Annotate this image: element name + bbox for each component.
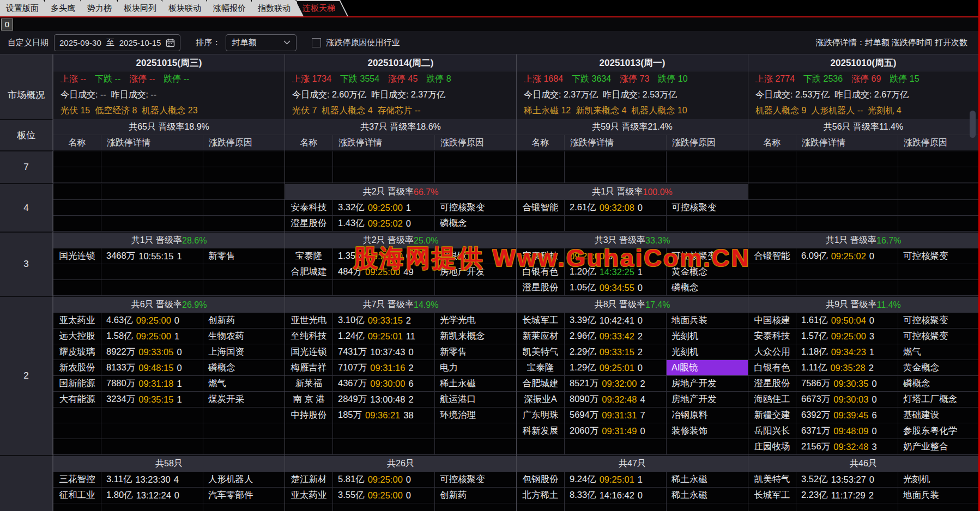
limit-detail: 2.61亿09:32:080	[565, 200, 667, 216]
stock-row[interactable]: 国新能源7880万09:31:181燃气	[53, 376, 285, 392]
date-range-picker[interactable]: 2025-09-30 至 2025-10-15	[54, 34, 180, 51]
stock-row[interactable]: 亚太药业3.55亿09:25:000创新药	[285, 488, 516, 503]
stock-name: 澄星股份	[285, 216, 333, 232]
stock-row[interactable]: 宝泰隆1.29亿09:25:010AI眼镜	[517, 360, 748, 376]
stock-row[interactable]: 至纯科技1.24亿09:25:0111新凯来概念	[285, 328, 516, 344]
stock-row[interactable]: 海鸥住工6673万09:30:030灯塔工厂概念	[748, 392, 978, 407]
stock-row[interactable]: 澄星股份1.43亿09:25:020磷概念	[285, 216, 516, 232]
stock-name: 合肥城建	[285, 264, 333, 280]
stock-row[interactable]: 楚江新材5.81亿09:25:000可控核聚变	[285, 472, 516, 488]
stock-row[interactable]: 澄星股份7586万09:30:350磷概念	[748, 376, 978, 392]
date-to-word: 至	[106, 38, 114, 48]
stock-row[interactable]: 合肥城建8521万09:32:002房地产开发	[517, 376, 748, 392]
stock-row[interactable]: 北方稀土8.33亿14:16:420稀土永磁	[517, 488, 748, 503]
stock-row[interactable]: 新疆交建6392万09:39:456基础建设	[748, 407, 978, 423]
date-to[interactable]: 2025-10-15	[119, 38, 161, 47]
reason-industry-checkbox[interactable]	[312, 38, 321, 47]
limit-time: 13:00:48	[370, 394, 405, 405]
level-group: 共26只楚江新材5.81亿09:25:000可控核聚变亚太药业3.55亿09:2…	[285, 455, 516, 511]
stock-row[interactable]: 梅雁吉祥7107万09:31:162电力	[285, 360, 516, 376]
tab-板块联动[interactable]: 板块联动	[162, 0, 214, 16]
scrollbar[interactable]	[970, 111, 976, 138]
limit-time: 09:25:00	[368, 474, 403, 485]
stock-row[interactable]: 征和工业1.80亿13:12:240汽车零部件	[53, 488, 285, 503]
stock-row[interactable]: 岳阳兴长6371万09:48:090参股东粤化学	[748, 423, 978, 439]
empty-cell	[898, 184, 978, 200]
stock-name: 新疆交建	[748, 407, 796, 423]
stock-row[interactable]: 中持股份185万09:36:2138环境治理	[285, 407, 516, 423]
seal-amount: 5694万	[570, 409, 598, 421]
open-count: 1	[638, 474, 643, 485]
empty-cell	[203, 151, 285, 167]
stock-row[interactable]: 安泰科技3.32亿09:25:001可控核聚变	[285, 200, 516, 216]
tab-涨幅报价[interactable]: 涨幅报价	[207, 0, 259, 16]
open-count: 0	[174, 315, 179, 326]
seal-amount: 8922万	[106, 346, 135, 358]
stock-row[interactable]: 长城军工3.39亿10:42:410地面兵装	[517, 313, 748, 328]
stock-row[interactable]: 耀皮玻璃8922万09:33:050上海国资	[53, 344, 285, 360]
limit-detail: 8.33亿14:16:420	[565, 488, 667, 503]
empty-cell	[667, 151, 748, 167]
limit-time: 09:25:01	[600, 474, 634, 485]
stock-row[interactable]: 合锻智能2.61亿09:32:080可控核聚变	[517, 200, 748, 216]
stock-row[interactable]: 白银有色1.11亿09:35:282黄金概念	[748, 360, 978, 376]
empty-cell	[101, 184, 203, 200]
stock-row[interactable]: 国光连锁3468万10:55:151新零售	[53, 248, 285, 264]
stock-row[interactable]: 凯美特气3.52亿13:53:270光刻机	[748, 472, 978, 488]
stock-row[interactable]: 长城军工2.23亿11:17:292地面兵装	[748, 488, 978, 503]
header-reason: 涨跌停原因	[898, 135, 978, 150]
stock-row[interactable]: 新莱应材2.96亿09:33:422光刻机	[517, 328, 748, 344]
limit-reason: 汽车零部件	[203, 488, 285, 503]
stock-row[interactable]: 庄园牧场2156万09:32:483奶产业整合	[748, 439, 978, 455]
tab-设置版面[interactable]: 设置版面	[0, 0, 52, 16]
tab-连板天梯[interactable]: 连板天梯	[297, 0, 348, 16]
empty-row	[53, 407, 285, 423]
limit-reason: 可控核聚变	[435, 472, 516, 488]
limit-reason: 冶钢原料	[667, 407, 748, 423]
empty-row	[517, 216, 748, 232]
stock-row[interactable]: 科新发展2060万09:31:490装修装饰	[517, 423, 748, 439]
open-count: 2	[640, 379, 645, 389]
tab-指数联动[interactable]: 指数联动	[252, 0, 304, 16]
limit-detail: 7431万10:37:430	[333, 344, 435, 360]
stock-row[interactable]: 中国核建1.61亿09:50:040可控核聚变	[748, 313, 978, 328]
stock-row[interactable]: 新莱福4367万09:30:006稀土永磁	[285, 376, 516, 392]
tab-板块同列[interactable]: 板块同列	[118, 0, 170, 16]
column-summary: 共59只 晋级率21.4%	[517, 119, 748, 135]
stock-row[interactable]: 包钢股份9.24亿09:25:011稀土永磁	[517, 472, 748, 488]
stock-row[interactable]: 澄星股份1.05亿09:34:550磷概念	[517, 280, 748, 296]
stock-row[interactable]: 新农股份8133万09:48:150磷概念	[53, 360, 285, 376]
hot-concepts-row: 光伏 7 机器人概念 4 存储芯片 --	[285, 103, 516, 119]
stock-row[interactable]: 远大控股1.58亿09:25:001生物农药	[53, 328, 285, 344]
stock-name: 大有能源	[53, 392, 101, 407]
limit-detail: 7586万09:30:350	[796, 376, 898, 392]
seal-amount: 3468万	[106, 250, 135, 262]
sort-select[interactable]: 封单额	[226, 34, 297, 51]
calendar-icon[interactable]	[166, 38, 175, 47]
stock-row[interactable]: 大众公用1.18亿09:34:231燃气	[748, 344, 978, 360]
empty-cell	[333, 503, 435, 511]
seal-amount: 2.61亿	[570, 202, 596, 214]
stock-row[interactable]: 亚世光电3.10亿09:33:152光学光电	[285, 313, 516, 328]
empty-cell	[517, 503, 565, 511]
stock-row[interactable]: 三花智控3.11亿13:23:304人形机器人	[53, 472, 285, 488]
stock-row[interactable]: 深振业A8090万09:32:484房地产开发	[517, 392, 748, 407]
open-count: 2	[869, 490, 874, 501]
group-count: 共9只 晋级率	[826, 299, 876, 311]
limit-time: 13:23:30	[135, 474, 170, 485]
header-detail: 涨跌停详情	[796, 135, 898, 150]
stock-row[interactable]: 广东明珠5694万09:31:317冶钢原料	[517, 407, 748, 423]
stock-row[interactable]: 亚太药业4.63亿09:25:000创新药	[53, 313, 285, 328]
stock-name: 国光连锁	[53, 248, 101, 264]
stock-row[interactable]: 国光连锁7431万10:37:430新零售	[285, 344, 516, 360]
promotion-rate: 100.0%	[643, 187, 673, 197]
stock-row[interactable]: 安泰科技1.57亿09:25:003可控核聚变	[748, 328, 978, 344]
stock-row[interactable]: 大有能源3234万09:35:151煤炭开采	[53, 392, 285, 407]
stock-row[interactable]: 合锻智能6.09亿09:25:020可控核聚变	[748, 248, 978, 264]
stock-row[interactable]: 南 京 港2849万13:00:482航运港口	[285, 392, 516, 407]
date-column-20251014(周二): 20251014(周二)上涨 1734下跌 3554涨停 45跌停 8今日成交:…	[285, 54, 516, 511]
limit-reason: 黄金概念	[898, 360, 978, 376]
stock-row[interactable]: 凯美特气2.29亿09:33:152光刻机	[517, 344, 748, 360]
limit-reason: 新零售	[435, 344, 516, 360]
date-from[interactable]: 2025-09-30	[59, 38, 101, 47]
